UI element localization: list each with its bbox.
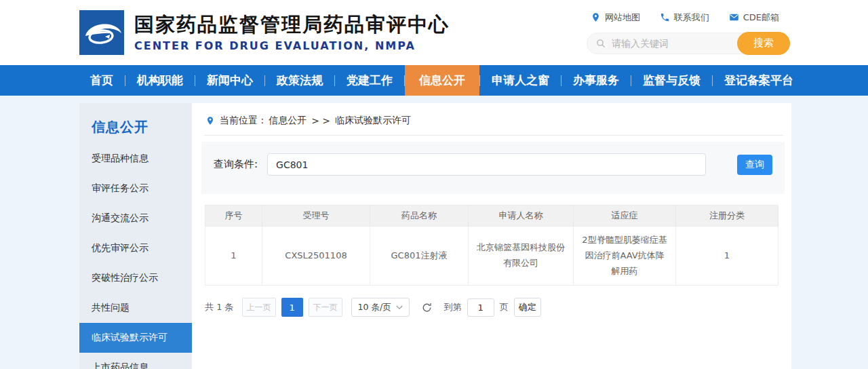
sidebar-item-marketed-drugs[interactable]: 上市药品信息 xyxy=(79,353,192,369)
location-pin-icon xyxy=(591,12,601,22)
nav-item-org-functions[interactable]: 机构职能 xyxy=(125,65,195,96)
table-header-row: 序号 受理号 药品名称 申请人名称 适应症 注册分类 xyxy=(205,206,778,227)
next-page-button[interactable]: 下一页 xyxy=(309,298,342,317)
table-row: 1 CXSL2501108 GC801注射液 北京锦篮基因科技股份有限公司 2型… xyxy=(205,227,778,286)
nav-item-home[interactable]: 首页 xyxy=(79,65,125,96)
col-header-indication: 适应症 xyxy=(574,206,676,227)
sidebar-title: 信息公开 xyxy=(79,103,192,144)
nav-item-policies[interactable]: 政策法规 xyxy=(265,65,334,96)
link-contact-us-label: 联系我们 xyxy=(674,12,709,24)
search-button[interactable]: 搜索 xyxy=(737,32,790,55)
goto-page-input[interactable] xyxy=(467,298,494,317)
results-table-wrap: 序号 受理号 药品名称 申请人名称 适应症 注册分类 1 CXSL2501108… xyxy=(205,205,778,286)
search-icon xyxy=(595,38,606,49)
goto-label: 到第 xyxy=(444,301,462,313)
sidebar-item-common-issues[interactable]: 共性问题 xyxy=(79,293,192,323)
sidebar-item-review-tasks[interactable]: 审评任务公示 xyxy=(79,174,192,203)
breadcrumb-separator: > > xyxy=(311,115,330,126)
nav-item-registration-platform[interactable]: 登记备案平台 xyxy=(713,65,805,96)
nav-item-party-building[interactable]: 党建工作 xyxy=(335,65,404,96)
results-table: 序号 受理号 药品名称 申请人名称 适应症 注册分类 1 CXSL2501108… xyxy=(205,205,778,286)
col-header-seq: 序号 xyxy=(205,206,262,227)
site-titles: 国家药品监督管理局药品审评中心 CENTER FOR DRUG EVALUATI… xyxy=(134,13,450,52)
main-nav: 首页 机构职能 新闻中心 政策法规 党建工作 信息公开 申请人之窗 办事服务 监… xyxy=(0,65,868,96)
sidebar-item-priority-review[interactable]: 优先审评公示 xyxy=(79,233,192,263)
content-area: 信息公开 受理品种信息 审评任务公示 沟通交流公示 优先审评公示 突破性治疗公示… xyxy=(0,96,868,369)
cell-drug-name: GC801注射液 xyxy=(370,227,469,286)
envelope-icon xyxy=(729,12,739,22)
breadcrumb-prefix: 当前位置 : xyxy=(220,115,264,127)
cell-applicant: 北京锦篮基因科技股份有限公司 xyxy=(469,227,574,286)
breadcrumb-section[interactable]: 信息公开 xyxy=(269,115,307,127)
nav-item-applicant-window[interactable]: 申请人之窗 xyxy=(480,65,561,96)
nav-item-info-disclosure[interactable]: 信息公开 xyxy=(405,65,479,96)
sidebar-item-breakthrough-therapy[interactable]: 突破性治疗公示 xyxy=(79,263,192,293)
col-header-acceptance-no: 受理号 xyxy=(262,206,370,227)
pagination: 共 1 条 上一页 1 下一页 10 条/页 到第 页 确定 xyxy=(205,298,791,317)
page-size-select[interactable]: 10 条/页 xyxy=(351,298,410,317)
page-1-button[interactable]: 1 xyxy=(281,298,303,317)
cde-logo-icon xyxy=(79,10,124,55)
query-label: 查询条件: xyxy=(214,158,258,171)
site-header: 国家药品监督管理局药品审评中心 CENTER FOR DRUG EVALUATI… xyxy=(0,0,868,65)
chevron-down-icon xyxy=(396,305,403,310)
sidebar-item-clinical-trial-implied-license[interactable]: 临床试验默示许可 xyxy=(79,323,192,353)
cell-indication: 2型脊髓型肌萎缩症基因治疗前AAV抗体降解用药 xyxy=(574,227,676,286)
cell-seq: 1 xyxy=(205,227,262,286)
breadcrumb: 当前位置 : 信息公开 > > 临床试验默示许可 xyxy=(204,103,783,136)
main-panel: 当前位置 : 信息公开 > > 临床试验默示许可 查询条件: 查询 序号 受理号 xyxy=(192,103,791,369)
link-sitemap-label: 网站地图 xyxy=(605,12,640,24)
cell-registration-class: 1 xyxy=(676,227,778,286)
col-header-applicant: 申请人名称 xyxy=(469,206,574,227)
site-search: 搜索 xyxy=(587,33,790,54)
cde-logo[interactable] xyxy=(79,10,124,55)
site-title-cn: 国家药品监督管理局药品审评中心 xyxy=(134,13,450,37)
top-links: 网站地图 联系我们 CDE邮箱 xyxy=(587,12,790,24)
link-sitemap[interactable]: 网站地图 xyxy=(591,12,640,24)
query-panel: 查询条件: 查询 xyxy=(201,142,785,194)
sidebar-item-communication[interactable]: 沟通交流公示 xyxy=(79,203,192,233)
refresh-button[interactable] xyxy=(421,302,433,313)
cell-acceptance-no: CXSL2501108 xyxy=(262,227,370,286)
phone-icon xyxy=(660,12,670,22)
breadcrumb-current: 临床试验默示许可 xyxy=(335,115,411,127)
query-input[interactable] xyxy=(267,153,706,176)
total-count: 共 1 条 xyxy=(205,301,234,313)
link-contact-us[interactable]: 联系我们 xyxy=(660,12,709,24)
nav-item-services[interactable]: 办事服务 xyxy=(561,65,631,96)
location-pin-icon xyxy=(205,115,215,126)
refresh-icon xyxy=(421,302,433,313)
header-right: 网站地图 联系我们 CDE邮箱 搜索 xyxy=(587,12,790,54)
col-header-registration-class: 注册分类 xyxy=(676,206,778,227)
link-cde-mail[interactable]: CDE邮箱 xyxy=(729,12,779,24)
col-header-drug-name: 药品名称 xyxy=(370,206,469,227)
site-title-en: CENTER FOR DRUG EVALUATION, NMPA xyxy=(134,39,450,52)
nav-item-news-center[interactable]: 新闻中心 xyxy=(195,65,264,96)
query-button[interactable]: 查询 xyxy=(737,155,772,175)
link-cde-mail-label: CDE邮箱 xyxy=(743,12,779,24)
goto-unit: 页 xyxy=(500,301,509,313)
sidebar: 信息公开 受理品种信息 审评任务公示 沟通交流公示 优先审评公示 突破性治疗公示… xyxy=(79,103,192,369)
page-size-value: 10 条/页 xyxy=(358,302,391,313)
sidebar-item-accepted-products[interactable]: 受理品种信息 xyxy=(79,144,192,174)
prev-page-button[interactable]: 上一页 xyxy=(242,298,276,317)
nav-item-supervision-feedback[interactable]: 监督与反馈 xyxy=(631,65,712,96)
search-input[interactable] xyxy=(606,38,737,49)
confirm-button[interactable]: 确定 xyxy=(514,298,541,317)
